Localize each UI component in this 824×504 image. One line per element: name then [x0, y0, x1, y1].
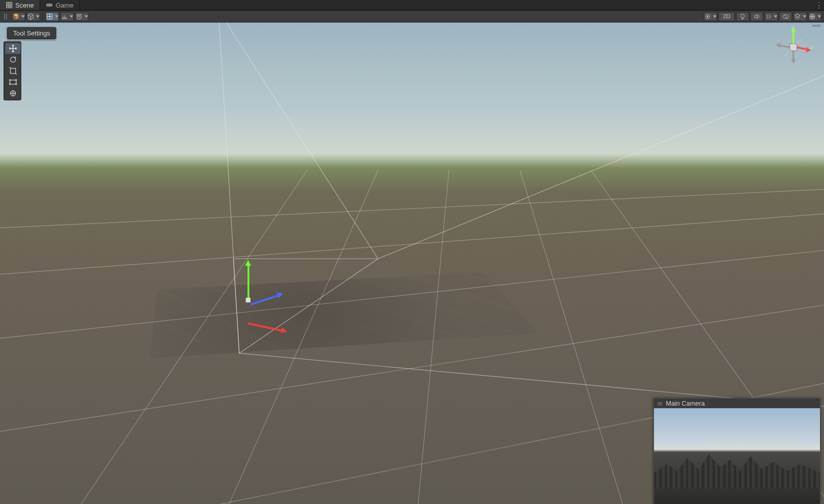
hidden-toggle-button[interactable] — [779, 12, 793, 21]
toggle-2d-label: 2D — [723, 13, 730, 20]
svg-point-3 — [49, 16, 50, 17]
fx-toggle-button[interactable] — [765, 12, 778, 21]
magnet-icon — [76, 13, 83, 20]
snap-increment-icon — [61, 13, 68, 20]
grid-snap-button[interactable] — [46, 12, 59, 21]
svg-rect-0 — [46, 4, 53, 6]
scene-toolbox — [4, 42, 21, 100]
drag-handle-icon — [3, 13, 10, 20]
svg-marker-40 — [776, 43, 780, 48]
tab-scene[interactable]: Scene — [0, 0, 40, 10]
drag-grip-icon — [658, 402, 662, 405]
gizmos-icon — [809, 13, 816, 20]
svg-point-1 — [48, 5, 49, 6]
tab-game-label: Game — [56, 2, 74, 9]
snap-increment-button[interactable] — [60, 12, 74, 21]
audio-icon — [753, 13, 760, 20]
orientation-gizmo[interactable]: y x — [772, 26, 814, 67]
scale-tool-icon — [9, 67, 17, 75]
lighting-toggle-button[interactable] — [736, 12, 749, 21]
transform-tool-button[interactable] — [5, 88, 20, 99]
svg-point-5 — [707, 15, 708, 17]
rotate-tool-icon — [9, 56, 17, 64]
svg-line-23 — [233, 259, 239, 353]
camera-preview-header[interactable]: Main Camera — [654, 399, 820, 408]
svg-line-21 — [378, 76, 824, 259]
projection-toggle[interactable]: Persp — [791, 69, 813, 77]
svg-marker-36 — [791, 59, 796, 64]
tool-settings-panel[interactable]: Tool Settings — [7, 27, 56, 39]
snap-settings-button[interactable] — [75, 12, 89, 21]
svg-rect-25 — [11, 68, 16, 74]
tab-scene-label: Scene — [15, 2, 33, 9]
move-tool-icon — [9, 44, 17, 52]
svg-point-27 — [9, 80, 10, 81]
svg-line-18 — [239, 259, 378, 353]
orientation-gizmo-graphic — [772, 26, 814, 67]
svg-line-42 — [796, 39, 802, 45]
draw-mode-button[interactable] — [26, 12, 40, 21]
camera-preview-render — [654, 408, 820, 504]
gizmo-axis-y[interactable] — [247, 265, 249, 300]
svg-rect-26 — [10, 80, 16, 84]
wire-cube-icon — [27, 13, 34, 20]
svg-point-30 — [16, 84, 17, 85]
toolbar-drag-handle[interactable] — [3, 12, 11, 21]
tab-game[interactable]: Game — [40, 0, 80, 10]
game-icon — [46, 2, 53, 8]
move-gizmo[interactable] — [248, 300, 248, 301]
viewport-resize-handle[interactable] — [812, 25, 820, 26]
camera-icon — [704, 13, 711, 20]
svg-line-39 — [779, 46, 790, 47]
axis-label-x: x — [810, 44, 813, 50]
shaded-cube-icon — [12, 13, 19, 20]
svg-point-24 — [11, 57, 16, 62]
transform-tool-icon — [9, 89, 17, 97]
camera-preview-skyline — [654, 450, 820, 488]
toggle-2d-button[interactable]: 2D — [719, 12, 735, 21]
layers-button[interactable] — [794, 12, 807, 21]
projection-label: Persp — [797, 69, 813, 77]
layers-icon — [794, 13, 801, 20]
visibility-off-icon — [782, 13, 789, 20]
svg-line-19 — [219, 22, 378, 259]
rect-tool-button[interactable] — [5, 77, 20, 87]
fx-icon — [765, 13, 772, 20]
tool-settings-label: Tool Settings — [13, 29, 50, 37]
grid-snap-icon — [46, 13, 53, 20]
svg-line-37 — [797, 47, 808, 50]
audio-toggle-button[interactable] — [750, 12, 764, 21]
grid-icon — [6, 2, 13, 8]
camera-preview-panel[interactable]: Main Camera — [653, 398, 820, 504]
svg-point-29 — [9, 84, 10, 85]
camera-settings-button[interactable] — [704, 12, 718, 21]
tab-overflow-menu[interactable]: ⋮ — [815, 0, 824, 10]
lightbulb-icon — [739, 13, 746, 20]
scene-viewport[interactable]: Tool Settings — [0, 22, 824, 504]
rect-tool-icon — [9, 78, 17, 86]
svg-line-41 — [785, 50, 791, 56]
svg-point-28 — [16, 80, 17, 81]
gizmo-origin[interactable] — [246, 298, 250, 302]
scale-tool-button[interactable] — [5, 65, 20, 76]
move-tool-button[interactable] — [5, 43, 20, 54]
tab-strip: Scene Game ⋮ — [0, 0, 824, 11]
svg-point-2 — [50, 5, 51, 6]
axis-label-y: y — [792, 24, 795, 30]
camera-preview-title: Main Camera — [666, 400, 705, 407]
rotate-tool-button[interactable] — [5, 54, 20, 65]
shading-mode-button[interactable] — [12, 12, 25, 21]
scene-toolbar: 2D — [0, 11, 824, 22]
gizmos-button[interactable] — [808, 12, 822, 21]
